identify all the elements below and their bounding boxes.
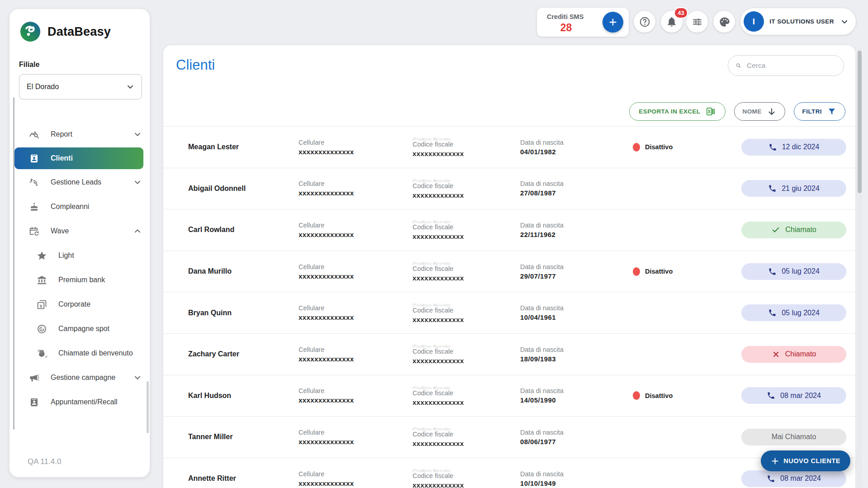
sms-credits-value: 28: [547, 22, 585, 34]
notifications-button[interactable]: 43: [661, 11, 683, 33]
sidebar-item-light[interactable]: Light: [9, 243, 150, 268]
chevron-down-icon: [133, 373, 142, 383]
search-icon: [735, 61, 741, 71]
sidebar-item-appuntamenti-recall[interactable]: Appuntamenti/Recall: [9, 390, 150, 414]
inactive-label: Disattivo: [645, 268, 673, 275]
call-status-chip[interactable]: 21 giu 2024: [741, 180, 846, 197]
phone-value-masked: xxxxxxxxxxxxxx: [299, 189, 413, 197]
phone-cell: Cellularexxxxxxxxxxxxxx: [299, 222, 413, 238]
birth-date-label: Data di nascita: [520, 139, 633, 146]
sms-credits-label: Crediti SMS: [547, 13, 583, 20]
call-status-chip[interactable]: 08 mar 2024: [741, 470, 846, 487]
sidebar-nav: ReportClientiGestione LeadsCompleanniWav…: [9, 122, 150, 414]
birth-date-cell: Data di nascita04/01/1982: [520, 139, 633, 156]
sidebar-item-label: Gestione campagne: [51, 373, 133, 383]
table-row[interactable]: Dana MurilloCellularexxxxxxxxxxxxxxCodic…: [163, 251, 855, 292]
call-status-chip[interactable]: 05 lug 2024: [741, 263, 846, 280]
birth-date-value: 04/01/1982: [520, 148, 633, 156]
fiscal-code-cell: Codice fiscaleCodice fiscalexxxxxxxxxxxx…: [413, 385, 520, 406]
table-scrollbar[interactable]: [858, 47, 862, 488]
table-row[interactable]: Bryan QuinnCellularexxxxxxxxxxxxxxCodice…: [163, 292, 855, 333]
sidebar-item-campagne-spot[interactable]: Campagne spot: [9, 317, 150, 341]
call-status-chip[interactable]: 08 mar 2024: [741, 387, 846, 404]
add-credits-button[interactable]: [602, 12, 623, 33]
birth-date-value: 22/11/1962: [520, 231, 633, 238]
birth-date-label: Data di nascita: [520, 263, 633, 270]
export-excel-button[interactable]: ESPORTA IN EXCEL: [629, 102, 725, 121]
table-row[interactable]: Karl HudsonCellularexxxxxxxxxxxxxxCodice…: [163, 375, 855, 417]
sidebar-item-corporate[interactable]: 5Corporate: [9, 292, 150, 317]
sort-by-name-button[interactable]: NOME: [734, 102, 785, 121]
phone-icon: [768, 308, 777, 317]
phone-icon: [768, 184, 777, 193]
phone-icon: [768, 267, 777, 276]
phone-value-masked: xxxxxxxxxxxxxx: [299, 396, 413, 404]
fiscal-code-label: Codice fiscale: [413, 472, 520, 479]
badge-icon: [28, 153, 40, 164]
branch-select[interactable]: El Dorado: [19, 74, 142, 99]
page-title: Clienti: [176, 57, 215, 73]
blurred-artifact: Codice fiscale: [413, 178, 520, 182]
chevron-up-icon: [133, 226, 142, 236]
new-client-button[interactable]: NUOVO CLIENTE: [761, 450, 850, 471]
phone-label: Cellulare: [299, 470, 413, 478]
sidebar-item-gestione-campagne[interactable]: Gestione campagne: [9, 365, 150, 390]
call-status-chip[interactable]: Chiamato: [741, 222, 846, 238]
phone-label: Cellulare: [299, 139, 413, 146]
phone-value-masked: xxxxxxxxxxxxxx: [299, 313, 413, 321]
table-row[interactable]: Annette RitterCellularexxxxxxxxxxxxxxCod…: [163, 458, 855, 488]
user-menu[interactable]: I IT SOLUTIONS USER: [740, 8, 856, 35]
chevron-down-icon: [133, 177, 142, 187]
table-scrollbar-thumb[interactable]: [858, 51, 862, 193]
sidebar-item-report[interactable]: Report: [9, 122, 150, 147]
sidebar-scrollbar[interactable]: [13, 97, 14, 430]
user-name: IT SOLUTIONS USER: [764, 18, 840, 25]
birth-date-label: Data di nascita: [520, 470, 633, 478]
phone-label: Cellulare: [299, 304, 413, 312]
fiscal-code-label: Codice fiscale: [413, 223, 520, 231]
plus-icon: [607, 17, 618, 28]
table-row[interactable]: Carl RowlandCellularexxxxxxxxxxxxxxCodic…: [163, 209, 855, 251]
sidebar-item-chiamate-di-benvenuto[interactable]: Chiamate di benvenuto: [9, 341, 150, 365]
leads-icon: [28, 177, 40, 188]
sidebar-item-label: Gestione Leads: [51, 177, 133, 187]
client-name: Abigail Odonnell: [188, 185, 299, 193]
sidebar-item-wave[interactable]: Wave: [9, 219, 150, 243]
birth-date-value: 29/07/1977: [520, 272, 633, 280]
sidebar-scrollbar-thumb[interactable]: [147, 381, 149, 433]
search-input[interactable]: [747, 62, 837, 70]
sidebar: DataBeasy Filiale El Dorado ReportClient…: [9, 9, 150, 477]
birth-date-cell: Data di nascita08/06/1977: [520, 429, 633, 445]
fiscal-code-label: Codice fiscale: [413, 307, 520, 314]
phone-cell: Cellularexxxxxxxxxxxxxx: [299, 429, 413, 445]
help-button[interactable]: [634, 11, 655, 33]
theme-button[interactable]: [713, 11, 735, 33]
sidebar-item-compleanni[interactable]: Compleanni: [9, 194, 150, 219]
call-status-label: 05 lug 2024: [782, 267, 820, 275]
sidebar-item-gestione-leads[interactable]: Gestione Leads: [9, 170, 150, 194]
star-icon: [36, 250, 47, 261]
table-row[interactable]: Abigail OdonnellCellularexxxxxxxxxxxxxxC…: [163, 168, 855, 209]
phone-value-masked: xxxxxxxxxxxxxx: [299, 479, 413, 487]
phone-cell: Cellularexxxxxxxxxxxxxx: [299, 346, 413, 363]
settings-button[interactable]: [686, 11, 708, 33]
inactive-dot: [633, 143, 640, 152]
sidebar-item-label: Corporate: [58, 299, 142, 309]
call-status-label: 05 lug 2024: [782, 309, 820, 317]
call-status-chip[interactable]: 05 lug 2024: [741, 304, 846, 321]
call-status-chip[interactable]: 12 dic 2024: [741, 139, 846, 156]
table-row[interactable]: Zachary CarterCellularexxxxxxxxxxxxxxCod…: [163, 333, 855, 375]
sidebar-item-premium-bank[interactable]: Premium bank: [9, 268, 150, 292]
blurred-artifact: Codice fiscale: [413, 219, 520, 223]
table-row[interactable]: Tanner MillerCellularexxxxxxxxxxxxxxCodi…: [163, 416, 855, 458]
status-cell: Disattivo: [633, 143, 741, 152]
birth-date-value: 08/06/1977: [520, 438, 633, 445]
sidebar-item-clienti[interactable]: Clienti: [14, 147, 143, 169]
birth-date-cell: Data di nascita10/04/1961: [520, 304, 633, 321]
filters-button[interactable]: FILTRI: [794, 102, 845, 121]
client-name: Bryan Quinn: [188, 309, 299, 317]
call-status-chip[interactable]: Mai Chiamato: [741, 429, 846, 445]
table-row[interactable]: Meagan LesterCellularexxxxxxxxxxxxxxCodi…: [163, 126, 855, 168]
badge-icon: [28, 397, 40, 408]
call-status-chip[interactable]: Chiamato: [741, 346, 846, 363]
